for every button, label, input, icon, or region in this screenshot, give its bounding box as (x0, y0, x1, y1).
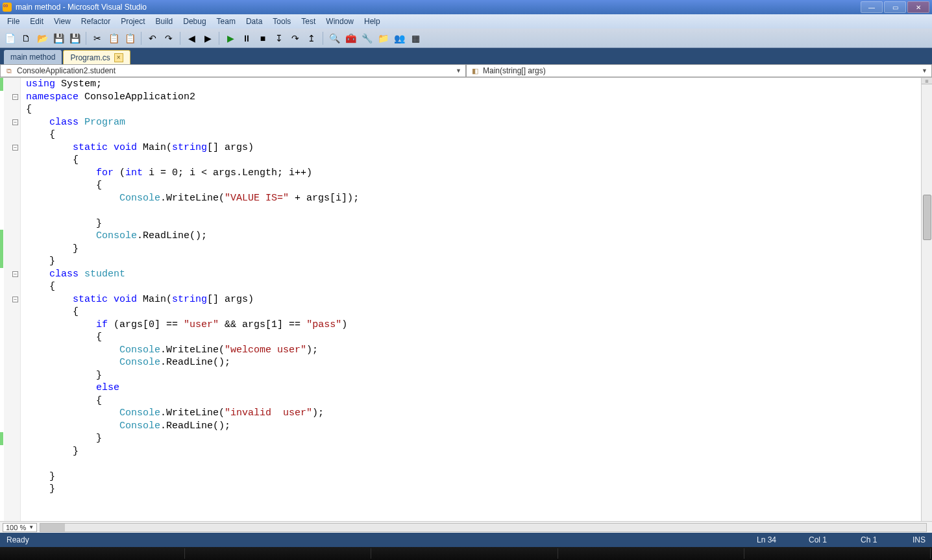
menu-item-data[interactable]: Data (241, 16, 267, 27)
code-line[interactable]: static void Main(string[] args) (26, 293, 918, 306)
code-line[interactable]: static void Main(string[] args) (26, 141, 918, 154)
properties-button[interactable]: 🔧 (360, 31, 374, 45)
toolbox-button[interactable]: 🧰 (343, 31, 358, 45)
team-explorer-button[interactable]: 👥 (392, 31, 406, 45)
code-line[interactable]: Console.WriteLine("welcome user"); (26, 344, 918, 357)
code-line[interactable] (26, 204, 918, 217)
navigation-bar: ⧉ ConsoleApplication2.student ▼ ◧ Main(s… (0, 64, 932, 78)
menu-item-file[interactable]: File (3, 16, 24, 27)
cut-button[interactable]: ✂ (90, 31, 104, 45)
paste-button[interactable]: 📋 (123, 31, 137, 45)
member-selector[interactable]: ◧ Main(string[] args) ▼ (466, 64, 932, 77)
menu-item-debug[interactable]: Debug (178, 16, 210, 27)
code-line[interactable]: } (26, 243, 918, 256)
code-line[interactable]: Console.WriteLine("VALUE IS=" + args[i])… (26, 192, 918, 205)
code-line[interactable]: } (26, 217, 918, 230)
code-area[interactable]: using System;namespace ConsoleApplicatio… (21, 78, 921, 521)
stop-button[interactable]: ■ (256, 31, 270, 45)
code-line[interactable]: using System; (26, 78, 918, 91)
code-line[interactable]: { (26, 306, 918, 319)
new-project-button[interactable]: 📄 (3, 31, 17, 45)
menu-item-view[interactable]: View (49, 16, 75, 27)
code-line[interactable]: } (26, 369, 918, 382)
nav-back-button[interactable]: ◀ (184, 31, 199, 45)
change-marker (0, 432, 3, 445)
save-button[interactable]: 💾 (51, 31, 66, 45)
code-line[interactable] (26, 457, 918, 470)
vertical-scrollbar[interactable]: ≡ (921, 78, 932, 521)
tab-main-method[interactable]: main method (4, 50, 62, 64)
menu-item-edit[interactable]: Edit (25, 16, 48, 27)
save-all-button[interactable]: 💾 (67, 31, 82, 45)
code-line[interactable]: Console.ReadLine(); (26, 230, 918, 243)
menu-item-project[interactable]: Project (116, 16, 149, 27)
code-line[interactable]: for (int i = 0; i < args.Length; i++) (26, 167, 918, 180)
code-line[interactable]: class Program (26, 116, 918, 129)
code-line[interactable]: class student (26, 268, 918, 281)
fold-toggle[interactable]: − (12, 94, 18, 100)
pause-button[interactable]: ⏸ (239, 31, 254, 45)
nav-fwd-button[interactable]: ▶ (201, 31, 215, 45)
code-line[interactable]: } (26, 445, 918, 458)
menu-item-team[interactable]: Team (212, 16, 240, 27)
code-line[interactable]: namespace ConsoleApplication2 (26, 91, 918, 104)
undo-button[interactable]: ↶ (145, 31, 160, 45)
start-debug-button[interactable]: ▶ (223, 31, 238, 45)
scrollbar-thumb[interactable] (923, 195, 931, 240)
code-line[interactable]: { (26, 331, 918, 344)
code-line[interactable]: { (26, 128, 918, 141)
fold-toggle[interactable]: − (12, 271, 18, 277)
code-line[interactable]: else (26, 382, 918, 395)
menu-item-test[interactable]: Test (297, 16, 320, 27)
tab-program-cs[interactable]: Program.cs× (63, 50, 130, 64)
code-line[interactable]: Console.ReadLine(); (26, 420, 918, 433)
horizontal-scrollbar[interactable] (40, 523, 927, 532)
redo-button[interactable]: ↷ (162, 31, 176, 45)
menu-bar: FileEditViewRefactorProjectBuildDebugTea… (0, 14, 932, 29)
code-line[interactable]: { (26, 280, 918, 293)
editor-footer: 100 % ▼ (0, 521, 932, 533)
code-line[interactable]: { (26, 395, 918, 408)
menu-item-help[interactable]: Help (360, 16, 385, 27)
fold-gutter[interactable]: −−−−− (4, 78, 21, 521)
new-item-button[interactable]: 🗋 (19, 31, 33, 45)
split-handle[interactable]: ≡ (922, 78, 932, 84)
maximize-button[interactable]: ▭ (884, 1, 906, 13)
scrollbar-thumb[interactable] (40, 524, 65, 531)
zoom-picker[interactable]: 100 % ▼ (3, 523, 37, 532)
windows-taskbar[interactable] (0, 547, 932, 560)
code-line[interactable]: if (args[0] == "user" && args[1] == "pas… (26, 319, 918, 332)
menu-item-build[interactable]: Build (151, 16, 178, 27)
code-editor[interactable]: −−−−− using System;namespace ConsoleAppl… (0, 78, 932, 521)
open-button[interactable]: 📂 (35, 31, 49, 45)
find-button[interactable]: 🔍 (327, 31, 341, 45)
menu-item-refactor[interactable]: Refactor (77, 16, 115, 27)
code-line[interactable]: { (26, 103, 918, 116)
code-line[interactable]: } (26, 470, 918, 483)
fold-toggle[interactable]: − (12, 297, 18, 302)
fold-toggle[interactable]: − (12, 119, 18, 125)
class-selector[interactable]: ⧉ ConsoleApplication2.student ▼ (0, 64, 466, 77)
code-line[interactable]: { (26, 179, 918, 192)
menu-item-window[interactable]: Window (321, 16, 358, 27)
close-tab-button[interactable]: × (114, 53, 123, 62)
solution-explorer-button[interactable]: 📁 (376, 31, 390, 45)
code-line[interactable]: Console.WriteLine("invalid user"); (26, 407, 918, 420)
status-col: Col 1 (809, 535, 861, 544)
minimize-button[interactable]: — (861, 1, 883, 13)
close-button[interactable]: ✕ (907, 1, 929, 13)
copy-button[interactable]: 📋 (106, 31, 121, 45)
step-over-button[interactable]: ↷ (288, 31, 302, 45)
code-line[interactable]: Console.ReadLine(); (26, 356, 918, 369)
toolbar-separator (141, 32, 141, 45)
menu-item-tools[interactable]: Tools (268, 16, 295, 27)
code-line[interactable]: } (26, 483, 918, 496)
extras-button[interactable]: ▦ (408, 31, 423, 45)
fold-toggle[interactable]: − (12, 145, 18, 151)
toolbar-separator (323, 32, 323, 45)
step-into-button[interactable]: ↧ (272, 31, 286, 45)
code-line[interactable]: { (26, 154, 918, 167)
step-out-button[interactable]: ↥ (304, 31, 319, 45)
code-line[interactable]: } (26, 432, 918, 445)
code-line[interactable]: } (26, 255, 918, 268)
